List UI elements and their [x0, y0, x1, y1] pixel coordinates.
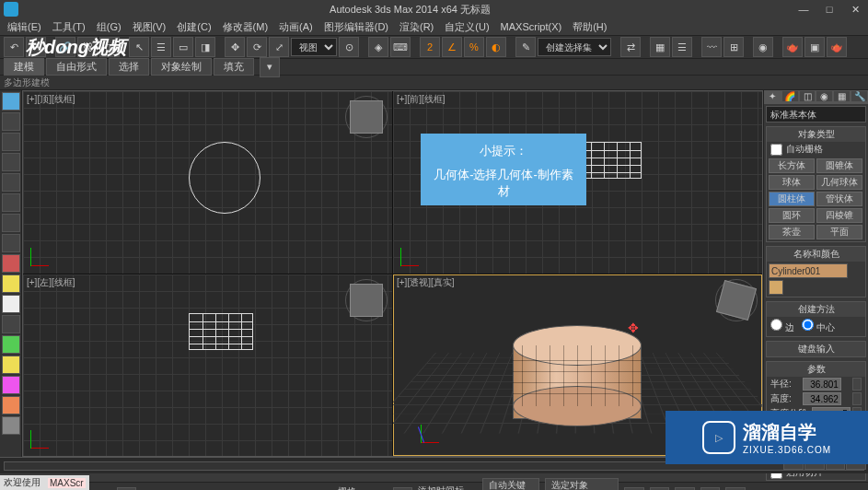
prev-frame-button[interactable]: ◀	[650, 487, 669, 491]
teapot-icon[interactable]	[2, 92, 20, 111]
move-button[interactable]: ✥	[225, 37, 245, 57]
display-tab[interactable]: ▦	[833, 90, 851, 102]
window-crossing-button[interactable]: ◨	[195, 37, 215, 57]
render-setup-button[interactable]: 🫖	[782, 37, 803, 57]
mirror-button[interactable]: ⇄	[620, 37, 641, 57]
ribbon-expand-button[interactable]: ▾	[260, 57, 280, 77]
tool-icon[interactable]	[2, 133, 20, 151]
tool-icon[interactable]	[2, 173, 20, 192]
snap-angle-button[interactable]: ∠	[442, 37, 462, 57]
spacewarps-button[interactable]	[839, 102, 853, 104]
select-manipulate-button[interactable]: ◈	[368, 37, 388, 57]
lock-button[interactable]: 🔒	[117, 487, 136, 491]
tool-icon[interactable]	[2, 234, 20, 252]
cone-button[interactable]: 圆锥体	[816, 158, 862, 173]
tool-icon[interactable]	[2, 335, 20, 354]
next-frame-button[interactable]: ▶	[700, 487, 720, 491]
goto-end-button[interactable]: ▶|	[725, 487, 745, 491]
menu-customize[interactable]: 自定义(U)	[441, 20, 492, 34]
height-spinner[interactable]	[852, 392, 862, 405]
tab-freeform[interactable]: 自由形式	[46, 58, 107, 76]
select-button[interactable]: ↖	[129, 37, 149, 57]
radius-spinner[interactable]	[852, 378, 862, 391]
select-region-button[interactable]: ▭	[173, 37, 193, 57]
rollout-name[interactable]: 名称和颜色	[767, 247, 865, 262]
rollout-objecttype[interactable]: 对象类型	[767, 127, 865, 142]
snap-2d-button[interactable]: 2	[420, 37, 440, 57]
menu-grapheditor[interactable]: 图形编辑器(D)	[320, 20, 392, 34]
named-selection-dropdown[interactable]: 创建选择集	[538, 38, 611, 56]
viewport-label[interactable]: [+][前][线框]	[397, 93, 446, 106]
box-button[interactable]: 长方体	[769, 158, 815, 173]
tool-icon[interactable]	[2, 214, 20, 232]
schematic-button[interactable]: ⊞	[723, 37, 744, 57]
utilities-tab[interactable]: 🔧	[851, 90, 868, 102]
tool-icon[interactable]	[2, 153, 20, 171]
cameras-button[interactable]	[808, 102, 823, 104]
create-tab[interactable]: ✦	[764, 90, 781, 102]
align-button[interactable]: ▦	[650, 37, 670, 57]
tool-icon[interactable]	[2, 254, 20, 273]
viewcube[interactable]	[350, 100, 383, 134]
object-name-input[interactable]	[769, 263, 848, 278]
time-tag-button[interactable]: ⏺	[393, 487, 412, 491]
close-button[interactable]: ✕	[846, 4, 864, 16]
tool-icon[interactable]	[2, 396, 20, 414]
category-dropdown[interactable]: 标准基本体	[766, 106, 866, 122]
play-button[interactable]: ▶	[675, 487, 694, 491]
maximize-button[interactable]: □	[820, 4, 839, 16]
teapot-button[interactable]: 茶壶	[769, 225, 815, 239]
tab-paint[interactable]: 对象绘制	[151, 58, 212, 76]
viewport-label[interactable]: [+][左][线框]	[27, 276, 75, 289]
menu-edit[interactable]: 编辑(E)	[4, 20, 45, 34]
selected-objects[interactable]: 选定对象	[545, 478, 619, 490]
sphere-button[interactable]: 球体	[769, 175, 815, 190]
tube-button[interactable]: 管状体	[816, 192, 862, 206]
cylinder-left-wireframe[interactable]	[189, 313, 253, 350]
pyramid-button[interactable]: 四棱锥	[816, 208, 862, 223]
cylinder-object[interactable]	[513, 325, 642, 426]
viewport-top[interactable]: [+][顶][线框]	[23, 91, 392, 274]
scale-button[interactable]: ⤢	[269, 37, 289, 57]
tool-icon[interactable]	[2, 416, 20, 435]
rotate-button[interactable]: ⟳	[247, 37, 267, 57]
bind-button[interactable]: ◫	[99, 37, 120, 57]
curve-editor-button[interactable]: 〰	[701, 37, 722, 57]
menu-tools[interactable]: 工具(T)	[49, 20, 89, 34]
geometry-button[interactable]	[764, 102, 779, 104]
add-time-tag[interactable]: 添加时间标记	[418, 484, 471, 491]
minimize-button[interactable]: —	[794, 4, 813, 16]
undo-button[interactable]: ↶	[4, 37, 24, 57]
edge-radio[interactable]	[770, 319, 782, 331]
rollout-method[interactable]: 创建方法	[767, 302, 865, 317]
plane-button[interactable]: 平面	[816, 225, 862, 239]
cylinder-front-wireframe[interactable]	[577, 142, 642, 179]
goto-start-button[interactable]: |◀	[624, 487, 643, 491]
hierarchy-tab[interactable]: ◫	[799, 90, 816, 102]
modify-tab[interactable]: 🌈	[781, 90, 799, 102]
tab-modeling[interactable]: 建模	[4, 58, 44, 76]
helpers-button[interactable]	[824, 102, 839, 104]
center-radio[interactable]	[802, 319, 814, 331]
motion-tab[interactable]: ◉	[816, 90, 833, 102]
systems-button[interactable]	[853, 102, 868, 104]
redo-button[interactable]: ↷	[26, 37, 46, 57]
spinner-snap-button[interactable]: ◐	[486, 37, 506, 57]
tool-icon[interactable]	[2, 356, 20, 374]
tab-populate[interactable]: 填充	[214, 58, 254, 76]
ref-coord-dropdown[interactable]: 视图	[291, 38, 337, 56]
edit-named-sel-button[interactable]: ✎	[515, 37, 536, 57]
menu-render[interactable]: 渲染(R)	[396, 20, 437, 34]
rollout-keyboard[interactable]: 键盘输入	[767, 342, 865, 356]
rollout-params[interactable]: 参数	[767, 362, 865, 377]
object-color-swatch[interactable]	[769, 280, 783, 295]
tool-icon[interactable]	[2, 112, 20, 131]
shapes-button[interactable]	[779, 102, 793, 104]
cylinder-top-wireframe[interactable]	[189, 142, 260, 214]
render-button[interactable]: 🫖	[827, 37, 847, 57]
render-frame-button[interactable]: ▣	[804, 37, 825, 57]
tool-icon[interactable]	[2, 274, 20, 293]
viewport-label[interactable]: [+][顶][线框]	[27, 93, 75, 106]
viewcube[interactable]	[350, 284, 383, 317]
menu-create[interactable]: 创建(C)	[173, 20, 214, 34]
